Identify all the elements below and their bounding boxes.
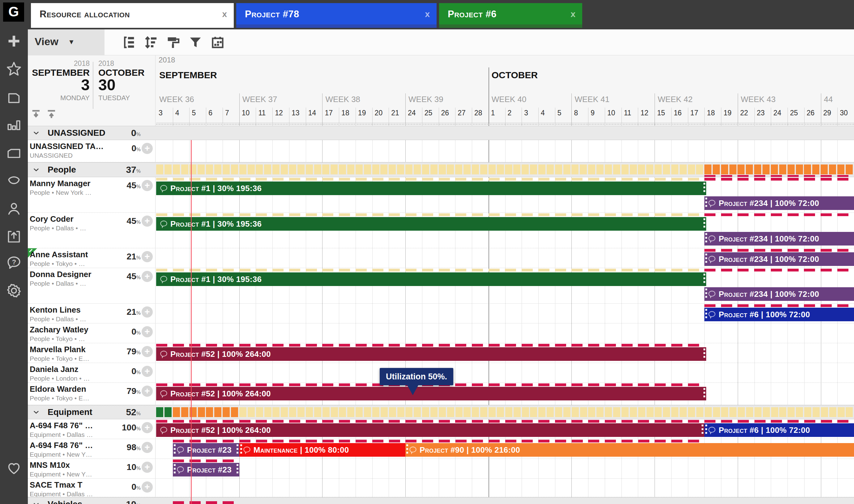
row-chart-area[interactable] bbox=[156, 363, 854, 382]
task-bar-maintenance-100-80-00[interactable]: Maintenance | 100% 80:00 bbox=[239, 443, 405, 457]
resource-row-a-694-f48-76[interactable]: A-694 F48 76" …Equipment • New Y…98%+Pro… bbox=[28, 439, 854, 459]
scroll-up-button[interactable] bbox=[46, 108, 59, 121]
group-row-equipment[interactable]: Equipment52% bbox=[28, 405, 854, 419]
row-chart-area[interactable] bbox=[156, 479, 854, 497]
chevron-down-icon[interactable] bbox=[32, 166, 40, 174]
resource-row-donna-designer[interactable]: Donna DesignerPeople • Dallas • …45%+Pro… bbox=[28, 268, 854, 304]
add-task-button[interactable]: + bbox=[142, 442, 153, 453]
tab-project-78[interactable]: Project #78x bbox=[236, 3, 437, 28]
paint-roller-icon[interactable] bbox=[165, 34, 181, 50]
heart-icon[interactable] bbox=[5, 460, 22, 477]
row-chart-area[interactable] bbox=[156, 323, 854, 343]
row-label-area[interactable]: People37% bbox=[28, 163, 155, 177]
row-label-area[interactable]: Zachary WatleyPeople • Tokyo • …0%+ bbox=[28, 323, 156, 343]
row-chart-area[interactable]: Project #52 | 100% 264:00Project #6 | 10… bbox=[156, 419, 854, 439]
tab-resource-allocation[interactable]: Resource allocationx bbox=[31, 3, 234, 28]
chart-icon[interactable] bbox=[5, 116, 22, 134]
scroll-down-button[interactable] bbox=[30, 108, 44, 121]
row-label-area[interactable]: Equipment52% bbox=[28, 406, 155, 419]
add-task-button[interactable]: + bbox=[142, 346, 153, 357]
resource-row-anne-assistant[interactable]: Anne AssistantPeople • Tokyo • …21%+Proj… bbox=[28, 248, 854, 268]
chevron-down-icon[interactable] bbox=[32, 500, 40, 504]
resource-row-unassigned-ta[interactable]: UNASSIGNED TA…UNASSIGNED0%+ bbox=[28, 140, 854, 162]
row-chart-area[interactable]: Project #23 bbox=[156, 459, 854, 478]
star-icon[interactable] bbox=[5, 60, 22, 78]
row-label-area[interactable]: Cory CoderPeople • Dallas • …45%+ bbox=[28, 213, 156, 248]
shape-icon[interactable] bbox=[5, 172, 22, 190]
app-logo[interactable]: G bbox=[3, 2, 24, 22]
row-label-area[interactable]: Kenton LinesPeople • Dallas • …21%+ bbox=[28, 304, 156, 323]
resource-row-eldora-warden[interactable]: Eldora WardenPeople • Tokyo • E…79%+Proj… bbox=[28, 383, 854, 405]
timeline-header[interactable]: 2018 SEPTEMBEROCTOBERWEEK 36WEEK 37WEEK … bbox=[156, 55, 854, 126]
row-label-area[interactable]: A-694 F48 76" …Equipment • Dallas …100%+ bbox=[28, 419, 156, 439]
row-chart-area[interactable] bbox=[156, 406, 854, 419]
row-label-area[interactable]: Vehicles10% bbox=[28, 498, 155, 504]
row-label-area[interactable]: Donna DesignerPeople • Dallas • …45%+ bbox=[28, 268, 156, 303]
group-row-vehicles[interactable]: Vehicles10% bbox=[28, 497, 854, 504]
row-chart-area[interactable]: Project #52 | 100% 264:00 bbox=[156, 343, 854, 363]
row-chart-area[interactable]: Project #23Maintenance | 100% 80:00Proje… bbox=[156, 439, 854, 458]
resource-row-mns-m10x[interactable]: MNS M10xEquipment • New Y…10%+Project #2… bbox=[28, 459, 854, 479]
resource-row-kenton-lines[interactable]: Kenton LinesPeople • Dallas • …21%+Proje… bbox=[28, 304, 854, 323]
resource-row-manny-manager[interactable]: Manny ManagerPeople • New York …45%+Proj… bbox=[28, 177, 854, 213]
row-chart-area[interactable] bbox=[156, 126, 854, 140]
task-bar-project-23[interactable]: Project #23 bbox=[173, 463, 239, 476]
row-chart-area[interactable]: Project #234 | 100% 72:00 bbox=[156, 248, 854, 268]
calendar-icon[interactable] bbox=[210, 34, 226, 50]
row-chart-area[interactable]: Project #1 | 30% 195:36Project #234 | 10… bbox=[156, 268, 854, 303]
help-icon[interactable]: ? bbox=[5, 254, 22, 271]
task-bar-project-234-100-72-00[interactable]: Project #234 | 100% 72:00 bbox=[704, 287, 854, 301]
task-bar-project-1-30-195-36[interactable]: Project #1 | 30% 195:36 bbox=[156, 181, 706, 195]
add-task-button[interactable]: + bbox=[142, 326, 153, 337]
row-label-area[interactable]: UNASSIGNED0% bbox=[28, 126, 155, 140]
add-task-button[interactable]: + bbox=[142, 180, 153, 191]
task-bar-project-52-100-264-00[interactable]: Project #52 | 100% 264:00 bbox=[156, 387, 706, 400]
group-outline-icon[interactable] bbox=[121, 34, 137, 50]
range-start-date[interactable]: 2018 SEPTEMBER 3 MONDAY bbox=[28, 55, 90, 111]
resource-row-a-694-f48-76[interactable]: A-694 F48 76" …Equipment • Dallas …100%+… bbox=[28, 419, 854, 439]
add-task-button[interactable]: + bbox=[142, 385, 153, 397]
row-chart-area[interactable]: Project #6 | 100% 72:00 bbox=[156, 304, 854, 323]
row-label-area[interactable]: Daniela JanzPeople • London • …0%+ bbox=[28, 363, 156, 382]
tab-project-6[interactable]: Project #6x bbox=[439, 3, 582, 28]
task-bar-project-234-100-72-00[interactable]: Project #234 | 100% 72:00 bbox=[704, 252, 854, 266]
task-bar-project-1-30-195-36[interactable]: Project #1 | 30% 195:36 bbox=[156, 217, 706, 231]
settings-icon[interactable] bbox=[5, 282, 22, 299]
row-label-area[interactable]: Eldora WardenPeople • Tokyo • E…79%+ bbox=[28, 383, 156, 405]
close-icon[interactable]: x bbox=[570, 10, 576, 19]
add-task-button[interactable]: + bbox=[142, 251, 153, 262]
task-bar-project-6-100-72-00[interactable]: Project #6 | 100% 72:00 bbox=[704, 308, 854, 321]
task-bar-project-90-100-216-00[interactable]: Project #90 | 100% 216:00 bbox=[405, 443, 854, 457]
view-menu-button[interactable]: View ▼ bbox=[28, 29, 105, 55]
row-chart-area[interactable] bbox=[156, 140, 854, 162]
task-bar-project-52-100-264-00[interactable]: Project #52 | 100% 264:00 bbox=[156, 423, 704, 437]
group-row-people[interactable]: People37% bbox=[28, 162, 854, 177]
add-icon[interactable] bbox=[5, 33, 22, 50]
task-bar-project-234-100-72-00[interactable]: Project #234 | 100% 72:00 bbox=[704, 232, 854, 246]
share-icon[interactable] bbox=[5, 228, 22, 245]
chevron-down-icon[interactable] bbox=[32, 129, 40, 137]
task-bar-project-6-100-72-00[interactable]: Project #6 | 100% 72:00 bbox=[704, 423, 854, 437]
close-icon[interactable]: x bbox=[425, 10, 430, 19]
row-label-area[interactable]: Anne AssistantPeople • Tokyo • …21%+ bbox=[28, 248, 156, 268]
row-chart-area[interactable] bbox=[156, 498, 854, 504]
add-task-button[interactable]: + bbox=[142, 482, 153, 492]
row-chart-area[interactable]: Project #1 | 30% 195:36Project #234 | 10… bbox=[156, 213, 854, 248]
add-task-button[interactable]: + bbox=[142, 306, 153, 318]
add-task-button[interactable]: + bbox=[142, 216, 153, 227]
row-label-area[interactable]: MNS M10xEquipment • New Y…10%+ bbox=[28, 459, 156, 478]
task-bar-project-234-100-72-00[interactable]: Project #234 | 100% 72:00 bbox=[704, 196, 854, 210]
group-row-unassigned[interactable]: UNASSIGNED0% bbox=[28, 126, 854, 140]
chevron-down-icon[interactable] bbox=[32, 408, 40, 416]
resource-row-cory-coder[interactable]: Cory CoderPeople • Dallas • …45%+Project… bbox=[28, 213, 854, 248]
row-label-area[interactable]: Marvella PlankPeople • Tokyo • E…79%+ bbox=[28, 343, 156, 363]
row-label-area[interactable]: Manny ManagerPeople • New York …45%+ bbox=[28, 177, 156, 212]
resource-row-marvella-plank[interactable]: Marvella PlankPeople • Tokyo • E…79%+Pro… bbox=[28, 343, 854, 363]
row-label-area[interactable]: SACE Tmax TEquipment • Dallas …0%+ bbox=[28, 479, 156, 497]
resource-row-sace-tmax-t[interactable]: SACE Tmax TEquipment • Dallas …0%+ bbox=[28, 479, 854, 497]
range-end-date[interactable]: 2018 OCTOBER 30 TUESDAY bbox=[98, 55, 155, 111]
add-task-button[interactable]: + bbox=[142, 422, 153, 433]
task-bar-project-23[interactable]: Project #23 bbox=[173, 443, 239, 457]
add-task-button[interactable]: + bbox=[142, 462, 153, 473]
page-icon[interactable] bbox=[5, 89, 22, 106]
